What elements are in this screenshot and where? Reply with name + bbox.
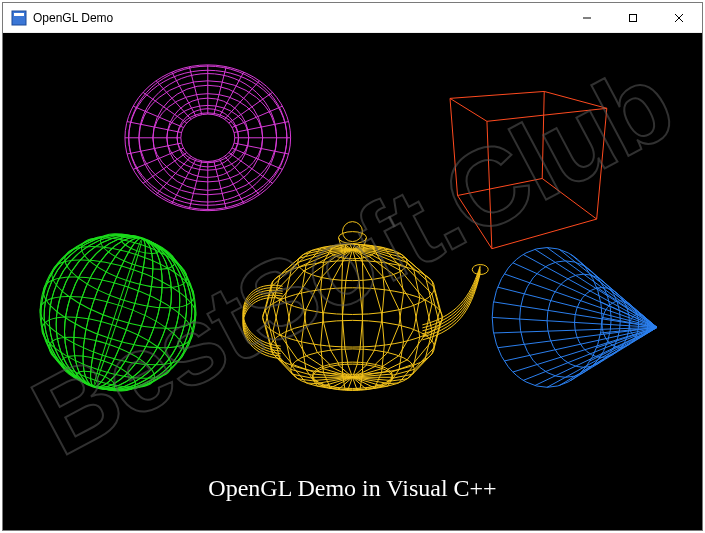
svg-point-65 <box>24 216 211 409</box>
svg-point-63 <box>37 220 199 405</box>
svg-point-71 <box>37 220 199 405</box>
svg-line-49 <box>487 121 492 248</box>
svg-point-92 <box>291 349 415 390</box>
opengl-viewport: BestSoft.Club OpenGL Demo in Visual C++ <box>3 33 702 530</box>
window-title: OpenGL Demo <box>33 11 113 25</box>
svg-line-52 <box>458 178 543 195</box>
svg-line-57 <box>458 195 492 248</box>
maximize-button[interactable] <box>610 3 656 32</box>
scene-caption: OpenGL Demo in Visual C++ <box>3 475 702 502</box>
svg-line-51 <box>542 91 544 178</box>
app-window: OpenGL Demo Best <box>2 2 703 531</box>
svg-point-70 <box>30 218 206 408</box>
titlebar[interactable]: OpenGL Demo <box>3 3 702 33</box>
svg-line-56 <box>542 178 596 219</box>
svg-line-121 <box>494 302 657 328</box>
wire-cone <box>492 248 657 388</box>
svg-line-48 <box>492 219 597 249</box>
svg-point-90 <box>263 288 443 347</box>
wire-sphere <box>20 214 216 410</box>
svg-line-50 <box>450 91 544 98</box>
svg-line-53 <box>450 98 457 195</box>
svg-line-133 <box>601 302 657 328</box>
close-button[interactable] <box>656 3 702 32</box>
app-icon <box>11 10 27 26</box>
wire-teapot <box>243 222 488 391</box>
svg-point-58 <box>92 238 144 387</box>
svg-point-13 <box>177 113 238 163</box>
svg-point-64 <box>30 218 206 408</box>
svg-point-12 <box>181 114 235 161</box>
svg-line-132 <box>597 287 657 327</box>
svg-point-11 <box>177 109 238 167</box>
svg-rect-3 <box>630 14 637 21</box>
svg-line-116 <box>513 327 657 372</box>
svg-line-113 <box>547 327 657 387</box>
wire-cube <box>450 91 607 248</box>
svg-point-69 <box>24 216 211 409</box>
svg-line-54 <box>450 98 487 121</box>
svg-rect-1 <box>14 13 24 16</box>
svg-line-115 <box>523 327 657 380</box>
svg-line-114 <box>535 327 657 385</box>
svg-line-46 <box>487 108 607 121</box>
scene-canvas <box>3 33 702 530</box>
window-controls <box>564 3 702 32</box>
svg-line-112 <box>559 327 657 385</box>
svg-line-55 <box>544 91 607 108</box>
svg-line-47 <box>597 108 607 219</box>
wire-torus <box>125 65 291 211</box>
minimize-button[interactable] <box>564 3 610 32</box>
